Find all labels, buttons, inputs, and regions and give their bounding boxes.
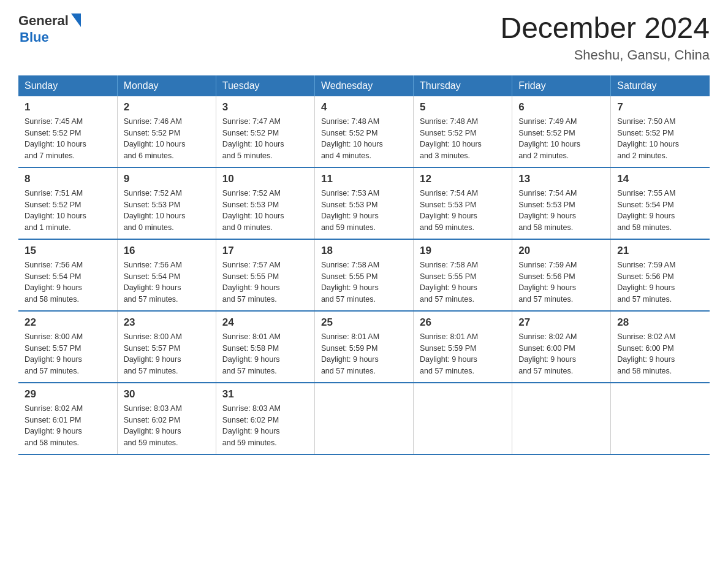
day-number: 24	[222, 316, 308, 329]
day-info: Sunrise: 8:03 AM Sunset: 6:02 PM Dayligh…	[222, 403, 308, 449]
day-info: Sunrise: 8:02 AM Sunset: 6:00 PM Dayligh…	[617, 331, 703, 377]
calendar-day: 29Sunrise: 8:02 AM Sunset: 6:01 PM Dayli…	[18, 383, 117, 454]
day-number: 8	[25, 173, 111, 185]
logo-blue-text: Blue	[20, 29, 49, 45]
day-info: Sunrise: 7:58 AM Sunset: 5:55 PM Dayligh…	[321, 259, 407, 305]
title-section: December 2024 Sheshu, Gansu, China	[500, 12, 710, 63]
day-info: Sunrise: 8:00 AM Sunset: 5:57 PM Dayligh…	[25, 331, 111, 377]
col-wednesday: Wednesday	[314, 75, 413, 96]
calendar-day: 16Sunrise: 7:56 AM Sunset: 5:54 PM Dayli…	[117, 239, 216, 311]
calendar-day: 3Sunrise: 7:47 AM Sunset: 5:52 PM Daylig…	[216, 96, 314, 167]
day-number: 10	[222, 173, 308, 185]
day-info: Sunrise: 8:01 AM Sunset: 5:58 PM Dayligh…	[222, 331, 308, 377]
day-info: Sunrise: 7:50 AM Sunset: 5:52 PM Dayligh…	[617, 116, 703, 162]
page-header: General Blue December 2024 Sheshu, Gansu…	[18, 12, 710, 63]
day-info: Sunrise: 7:55 AM Sunset: 5:54 PM Dayligh…	[617, 188, 703, 234]
day-info: Sunrise: 8:00 AM Sunset: 5:57 PM Dayligh…	[124, 331, 210, 377]
calendar-day: 10Sunrise: 7:52 AM Sunset: 5:53 PM Dayli…	[216, 167, 314, 239]
month-title: December 2024	[500, 12, 710, 45]
calendar-day: 9Sunrise: 7:52 AM Sunset: 5:53 PM Daylig…	[117, 167, 216, 239]
calendar-day: 15Sunrise: 7:56 AM Sunset: 5:54 PM Dayli…	[18, 239, 117, 311]
day-info: Sunrise: 7:58 AM Sunset: 5:55 PM Dayligh…	[420, 259, 506, 305]
day-info: Sunrise: 7:46 AM Sunset: 5:52 PM Dayligh…	[124, 116, 210, 162]
col-sunday: Sunday	[18, 75, 117, 96]
col-monday: Monday	[117, 75, 216, 96]
calendar-body: 1Sunrise: 7:45 AM Sunset: 5:52 PM Daylig…	[18, 96, 710, 454]
day-number: 21	[617, 245, 703, 257]
calendar-day: 19Sunrise: 7:58 AM Sunset: 5:55 PM Dayli…	[414, 239, 512, 311]
day-info: Sunrise: 8:02 AM Sunset: 6:00 PM Dayligh…	[518, 331, 604, 377]
day-info: Sunrise: 8:03 AM Sunset: 6:02 PM Dayligh…	[124, 403, 210, 449]
day-info: Sunrise: 8:02 AM Sunset: 6:01 PM Dayligh…	[25, 403, 111, 449]
day-number: 16	[124, 245, 210, 257]
day-info: Sunrise: 7:59 AM Sunset: 5:56 PM Dayligh…	[518, 259, 604, 305]
day-info: Sunrise: 7:57 AM Sunset: 5:55 PM Dayligh…	[222, 259, 308, 305]
day-number: 29	[25, 388, 111, 400]
col-tuesday: Tuesday	[216, 75, 314, 96]
day-info: Sunrise: 7:56 AM Sunset: 5:54 PM Dayligh…	[124, 259, 210, 305]
day-number: 9	[124, 173, 210, 185]
day-number: 4	[321, 101, 407, 113]
calendar-day	[314, 383, 413, 454]
day-number: 6	[518, 101, 604, 113]
calendar-day: 27Sunrise: 8:02 AM Sunset: 6:00 PM Dayli…	[512, 311, 611, 383]
day-number: 14	[617, 173, 703, 185]
col-thursday: Thursday	[414, 75, 512, 96]
calendar-day: 21Sunrise: 7:59 AM Sunset: 5:56 PM Dayli…	[611, 239, 710, 311]
logo-flag-icon	[71, 13, 81, 29]
logo: General Blue	[18, 12, 81, 45]
calendar-day: 8Sunrise: 7:51 AM Sunset: 5:52 PM Daylig…	[18, 167, 117, 239]
calendar-day	[512, 383, 611, 454]
day-number: 20	[518, 245, 604, 257]
calendar-day: 31Sunrise: 8:03 AM Sunset: 6:02 PM Dayli…	[216, 383, 314, 454]
calendar-week-row: 8Sunrise: 7:51 AM Sunset: 5:52 PM Daylig…	[18, 167, 710, 239]
day-info: Sunrise: 7:53 AM Sunset: 5:53 PM Dayligh…	[321, 188, 407, 234]
calendar-day: 6Sunrise: 7:49 AM Sunset: 5:52 PM Daylig…	[512, 96, 611, 167]
calendar-day: 11Sunrise: 7:53 AM Sunset: 5:53 PM Dayli…	[314, 167, 413, 239]
svg-marker-0	[71, 13, 81, 27]
calendar-day: 14Sunrise: 7:55 AM Sunset: 5:54 PM Dayli…	[611, 167, 710, 239]
calendar-day: 7Sunrise: 7:50 AM Sunset: 5:52 PM Daylig…	[611, 96, 710, 167]
day-number: 7	[617, 101, 703, 113]
header-row: Sunday Monday Tuesday Wednesday Thursday…	[18, 75, 710, 96]
col-friday: Friday	[512, 75, 611, 96]
calendar-day: 2Sunrise: 7:46 AM Sunset: 5:52 PM Daylig…	[117, 96, 216, 167]
calendar-day: 13Sunrise: 7:54 AM Sunset: 5:53 PM Dayli…	[512, 167, 611, 239]
day-number: 5	[420, 101, 506, 113]
calendar-day: 5Sunrise: 7:48 AM Sunset: 5:52 PM Daylig…	[414, 96, 512, 167]
location-title: Sheshu, Gansu, China	[500, 47, 710, 63]
day-info: Sunrise: 7:45 AM Sunset: 5:52 PM Dayligh…	[25, 116, 111, 162]
calendar-header: Sunday Monday Tuesday Wednesday Thursday…	[18, 75, 710, 96]
day-info: Sunrise: 7:54 AM Sunset: 5:53 PM Dayligh…	[420, 188, 506, 234]
logo-general-text: General	[18, 13, 69, 29]
calendar-day: 23Sunrise: 8:00 AM Sunset: 5:57 PM Dayli…	[117, 311, 216, 383]
day-number: 12	[420, 173, 506, 185]
day-number: 31	[222, 388, 308, 400]
calendar-week-row: 15Sunrise: 7:56 AM Sunset: 5:54 PM Dayli…	[18, 239, 710, 311]
calendar-week-row: 22Sunrise: 8:00 AM Sunset: 5:57 PM Dayli…	[18, 311, 710, 383]
day-info: Sunrise: 8:01 AM Sunset: 5:59 PM Dayligh…	[321, 331, 407, 377]
day-info: Sunrise: 7:54 AM Sunset: 5:53 PM Dayligh…	[518, 188, 604, 234]
calendar-week-row: 29Sunrise: 8:02 AM Sunset: 6:01 PM Dayli…	[18, 383, 710, 454]
day-info: Sunrise: 7:56 AM Sunset: 5:54 PM Dayligh…	[25, 259, 111, 305]
day-number: 22	[25, 316, 111, 329]
day-info: Sunrise: 7:48 AM Sunset: 5:52 PM Dayligh…	[321, 116, 407, 162]
day-number: 1	[25, 101, 111, 113]
day-number: 23	[124, 316, 210, 329]
day-number: 28	[617, 316, 703, 329]
day-number: 13	[518, 173, 604, 185]
day-info: Sunrise: 8:01 AM Sunset: 5:59 PM Dayligh…	[420, 331, 506, 377]
calendar-day: 4Sunrise: 7:48 AM Sunset: 5:52 PM Daylig…	[314, 96, 413, 167]
day-number: 18	[321, 245, 407, 257]
calendar-day: 17Sunrise: 7:57 AM Sunset: 5:55 PM Dayli…	[216, 239, 314, 311]
calendar-day: 12Sunrise: 7:54 AM Sunset: 5:53 PM Dayli…	[414, 167, 512, 239]
calendar-day	[611, 383, 710, 454]
calendar-day	[414, 383, 512, 454]
calendar-day: 22Sunrise: 8:00 AM Sunset: 5:57 PM Dayli…	[18, 311, 117, 383]
day-number: 27	[518, 316, 604, 329]
day-info: Sunrise: 7:52 AM Sunset: 5:53 PM Dayligh…	[124, 188, 210, 234]
day-number: 30	[124, 388, 210, 400]
calendar-day: 24Sunrise: 8:01 AM Sunset: 5:58 PM Dayli…	[216, 311, 314, 383]
day-number: 2	[124, 101, 210, 113]
day-info: Sunrise: 7:51 AM Sunset: 5:52 PM Dayligh…	[25, 188, 111, 234]
